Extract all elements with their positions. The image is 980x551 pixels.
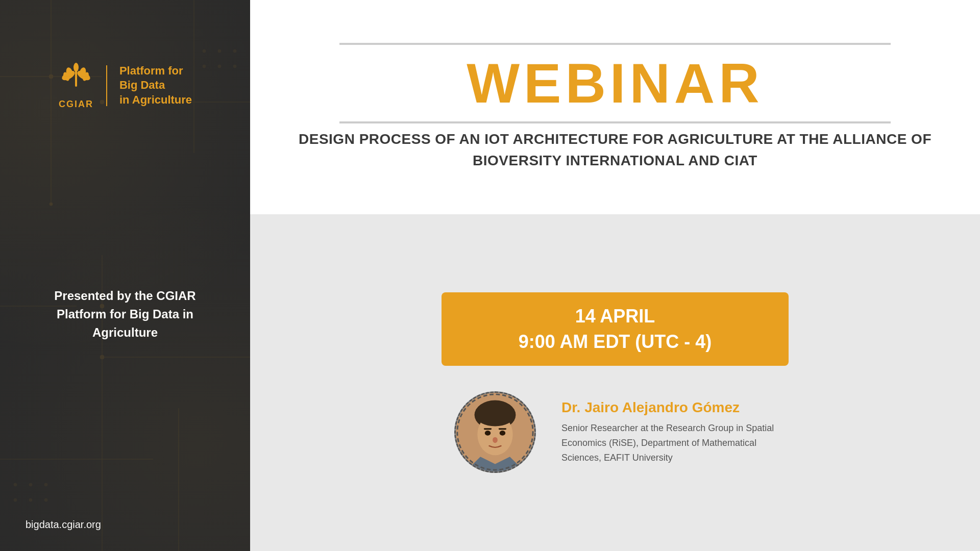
svg-point-37 xyxy=(476,407,513,427)
svg-point-18 xyxy=(29,498,32,502)
speaker-name: Dr. Jairo Alejandro Gómez xyxy=(561,399,776,416)
left-panel: CGIAR Platform for Big Data in Agricultu… xyxy=(0,0,250,551)
wheat-icon xyxy=(58,61,94,97)
svg-rect-41 xyxy=(499,429,506,430)
svg-point-22 xyxy=(233,49,236,53)
logo-section: CGIAR Platform for Big Data in Agricultu… xyxy=(58,61,192,110)
svg-point-9 xyxy=(49,74,53,79)
svg-point-14 xyxy=(14,483,17,486)
presented-by-text: Presented by the CGIAR Platform for Big … xyxy=(20,287,230,342)
right-panel: WEBINAR DESIGN PROCESS OF AN IOT ARCHITE… xyxy=(250,0,980,551)
platform-tagline: Platform for Big Data in Agriculture xyxy=(119,64,192,108)
svg-point-24 xyxy=(218,65,221,68)
website-link: bigdata.cgiar.org xyxy=(20,519,101,531)
top-divider-line xyxy=(339,43,891,45)
bottom-divider-line xyxy=(339,121,891,123)
event-subtitle: DESIGN PROCESS OF AN IOT ARCHITECTURE FO… xyxy=(291,129,939,171)
svg-point-19 xyxy=(44,498,47,502)
svg-point-33 xyxy=(74,63,79,72)
svg-point-13 xyxy=(50,203,53,206)
speaker-info: Dr. Jairo Alejandro Gómez Senior Researc… xyxy=(561,399,776,465)
speaker-section: Dr. Jairo Alejandro Gómez Senior Researc… xyxy=(291,391,939,473)
bottom-gray-section: 14 APRIL 9:00 AM EDT (UTC - 4) xyxy=(250,214,980,551)
logo-divider xyxy=(106,65,107,106)
svg-point-23 xyxy=(203,65,206,68)
svg-point-12 xyxy=(100,355,104,359)
logo-row: CGIAR Platform for Big Data in Agricultu… xyxy=(58,61,192,110)
svg-point-20 xyxy=(203,49,206,53)
date-line1: 14 APRIL xyxy=(472,304,758,329)
svg-point-21 xyxy=(218,49,221,53)
cgiar-label: CGIAR xyxy=(59,99,93,110)
cgiar-logo: CGIAR xyxy=(58,61,94,110)
svg-point-16 xyxy=(44,483,47,486)
svg-point-25 xyxy=(233,65,236,68)
svg-point-38 xyxy=(485,431,491,436)
date-box: 14 APRIL 9:00 AM EDT (UTC - 4) xyxy=(442,292,789,366)
date-line2: 9:00 AM EDT (UTC - 4) xyxy=(472,329,758,355)
svg-point-42 xyxy=(493,437,498,443)
svg-point-15 xyxy=(29,483,32,486)
speaker-bio: Senior Researcher at the Research Group … xyxy=(561,421,776,465)
speaker-avatar xyxy=(454,391,536,473)
svg-rect-40 xyxy=(484,429,492,430)
svg-point-17 xyxy=(14,498,17,502)
webinar-title: WEBINAR xyxy=(467,55,764,111)
top-white-section: WEBINAR DESIGN PROCESS OF AN IOT ARCHITE… xyxy=(250,0,980,214)
svg-point-39 xyxy=(500,431,506,436)
